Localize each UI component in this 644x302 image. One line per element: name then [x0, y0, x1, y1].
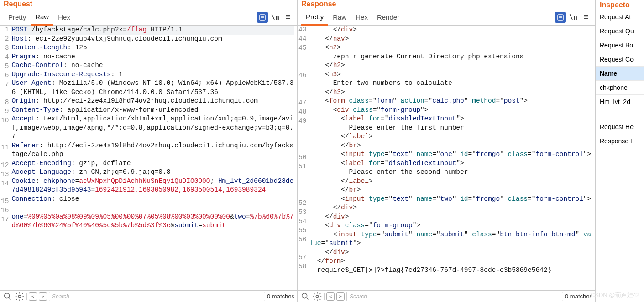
request-tabs: PrettyRawHex \n ≡: [0, 9, 297, 26]
line-number: 55: [298, 226, 306, 235]
line-number: 7: [1, 80, 9, 98]
actions-icon[interactable]: [555, 12, 566, 23]
settings-icon[interactable]: [312, 292, 322, 302]
response-code[interactable]: 43444546474849505152535455565758 </div> …: [298, 26, 595, 302]
inspector-row[interactable]: Response H: [596, 134, 644, 148]
next-match-button[interactable]: >: [39, 292, 47, 301]
tab-render[interactable]: Render: [372, 10, 404, 25]
line-number: 45: [298, 44, 306, 53]
line-number: 16: [1, 206, 9, 215]
svg-point-4: [302, 293, 307, 298]
code-line: Upgrade-Insecure-Requests: 1: [11, 70, 294, 79]
inspector-row[interactable]: chkphone: [596, 81, 644, 95]
inspector-row[interactable]: Request Co: [596, 52, 644, 67]
newline-icon[interactable]: \n: [568, 12, 579, 23]
line-number: [298, 144, 306, 153]
hamburger-icon[interactable]: ≡: [283, 12, 293, 23]
code-line: require$_GET[x]?>flag{7cd27346-767d-4997…: [309, 266, 592, 275]
code-line: </label>: [309, 132, 592, 141]
newline-icon[interactable]: \n: [270, 12, 281, 23]
response-title: Response: [298, 0, 595, 9]
line-number: 57: [298, 253, 306, 262]
line-number: [298, 89, 306, 99]
line-number: 6: [1, 71, 9, 80]
code-line: POST /byfackstage/calc.php?x=/flag HTTP/…: [11, 26, 294, 35]
matches-count: 0 matches: [267, 293, 294, 300]
code-line: Origin: http://eci-2ze4x19l8hd74ov2rhuq.…: [11, 97, 294, 106]
line-number: 49: [298, 117, 306, 126]
line-number: 52: [298, 199, 306, 208]
inspector-panel: Inspecto Request AtRequest QuRequest BoR…: [596, 0, 644, 302]
code-line: Content-Type: application/x-www-form-url…: [11, 106, 294, 115]
code-line: Host: eci-2ze92yuub4vtxj9uhnuq.cloudeci1…: [11, 35, 294, 44]
request-title: Request: [0, 0, 297, 9]
prev-match-button[interactable]: <: [29, 292, 37, 301]
svg-point-1: [5, 293, 10, 298]
line-number: 5: [1, 62, 9, 71]
line-number: 50: [298, 153, 306, 162]
code-line: <input type="text" name="one" id="fromgo…: [309, 150, 592, 159]
code-line: </nav>: [309, 35, 592, 44]
code-line: [11, 203, 294, 213]
inspector-row[interactable]: Name: [596, 67, 644, 81]
code-line: </div>: [309, 203, 592, 213]
line-number: 9: [1, 107, 9, 116]
inspector-row[interactable]: Request He: [596, 120, 644, 134]
settings-icon[interactable]: [15, 292, 25, 302]
prev-match-button[interactable]: <: [326, 292, 335, 301]
code-line: </br>: [309, 141, 592, 151]
code-line: Please enter the first number: [309, 124, 592, 133]
tab-pretty[interactable]: Pretty: [301, 9, 328, 26]
code-line: <input type="submit" name="submit" class…: [309, 230, 592, 248]
line-number: [298, 181, 306, 190]
tab-raw[interactable]: Raw: [328, 10, 351, 25]
code-line: </div>: [309, 26, 592, 35]
tab-hex[interactable]: Hex: [351, 10, 372, 25]
inspector-row[interactable]: Request Qu: [596, 24, 644, 38]
code-line: </br>: [309, 186, 592, 195]
code-line: </h3>: [309, 88, 592, 97]
code-line: <label for="disabledTextInput">: [309, 159, 592, 168]
inspector-row[interactable]: Hm_lvt_2d: [596, 95, 644, 109]
code-line: Accept-Language: zh-CN,zh;q=0.9,ja;q=0.8: [11, 168, 294, 177]
actions-icon[interactable]: [257, 12, 268, 23]
line-number: 14: [1, 179, 9, 197]
search-toggle-icon[interactable]: [300, 292, 310, 302]
tab-pretty[interactable]: Pretty: [4, 10, 31, 25]
code-line: <form class="form" action="calc.php" met…: [309, 97, 592, 106]
request-code[interactable]: 1234567891011121314151617 POST /byfackst…: [0, 26, 297, 302]
line-number: [298, 62, 306, 71]
search-input[interactable]: Search: [49, 292, 265, 301]
response-footer: < > Search 0 matches: [298, 290, 595, 302]
inspector-row[interactable]: Request Bo: [596, 38, 644, 52]
code-line: <div class="form-group">: [309, 106, 592, 115]
line-number: 47: [298, 99, 306, 108]
line-number: 12: [1, 161, 9, 170]
line-number: 46: [298, 71, 306, 80]
line-number: [298, 135, 306, 144]
line-number: [298, 271, 306, 281]
inspector-row[interactable]: Request At: [596, 10, 644, 24]
code-line: <div class="form-group">: [309, 221, 592, 230]
code-line: Please enter the second number: [309, 168, 592, 177]
code-line: </h2>: [309, 61, 592, 70]
next-match-button[interactable]: >: [336, 292, 345, 301]
search-input[interactable]: Search: [346, 292, 563, 301]
line-number: 58: [298, 262, 306, 271]
svg-point-2: [18, 295, 21, 298]
line-number: 10: [1, 116, 9, 143]
line-number: [298, 190, 306, 199]
code-line: Referer: http://eci-2ze4x19l8hd74ov2rhuq…: [11, 141, 294, 159]
tab-hex[interactable]: Hex: [53, 10, 75, 25]
request-footer: < > Search 0 matches: [0, 290, 297, 302]
line-number: 8: [1, 98, 9, 107]
code-line: Cache-Control: no-cache: [11, 61, 294, 70]
code-line: Cookie: chkphone=acWxNpxhQpDiAchhNuSnEqy…: [11, 177, 294, 195]
search-toggle-icon[interactable]: [3, 292, 13, 302]
tab-raw[interactable]: Raw: [31, 9, 53, 26]
svg-rect-0: [260, 15, 265, 20]
code-line: one=%09%05%0a%08%09%09%05%00%00%07%05%08…: [11, 213, 294, 230]
line-number: 3: [1, 44, 9, 53]
request-panel: Request PrettyRawHex \n ≡ 12345678910111…: [0, 0, 298, 302]
hamburger-icon[interactable]: ≡: [581, 12, 592, 23]
